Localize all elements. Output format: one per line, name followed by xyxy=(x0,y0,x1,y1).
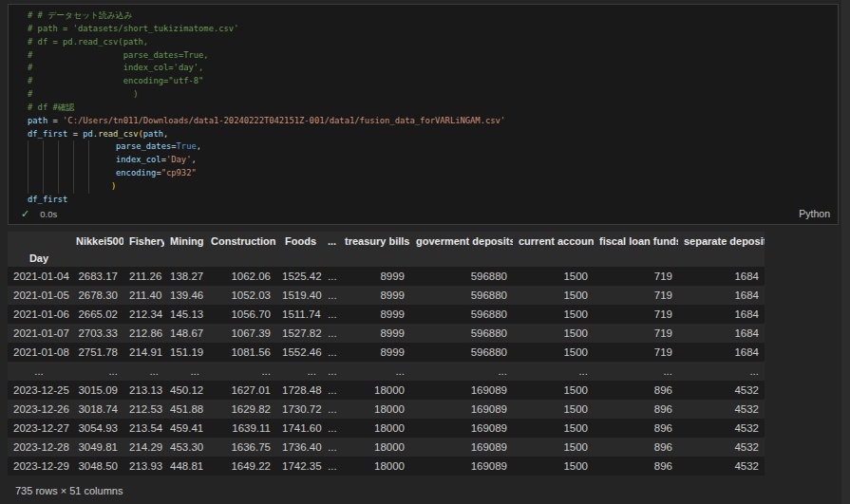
cell-status-bar: ✓ 0.0s Python xyxy=(9,207,838,224)
table-cell: 719 xyxy=(594,305,678,324)
table-cell: 212.86 xyxy=(123,324,164,343)
table-cell: 1636.75 xyxy=(205,438,276,457)
table-cell: 450.12 xyxy=(164,381,205,400)
table-cell: ... xyxy=(594,362,678,381)
column-header: Nikkei500 xyxy=(70,232,123,250)
table-cell: 1730.72 xyxy=(276,400,322,419)
row-index: 2021-01-06 xyxy=(8,305,70,324)
table-cell: 4532 xyxy=(678,381,765,400)
code-line: path = 'C:/Users/tn011/Downloads/data1-2… xyxy=(28,115,832,128)
success-check-icon: ✓ xyxy=(21,209,29,219)
code-line: # index_col='day', xyxy=(28,62,832,75)
table-cell: 1684 xyxy=(678,305,765,324)
indent-guide xyxy=(58,154,59,167)
indent-guide xyxy=(88,180,89,194)
table-cell: ... xyxy=(678,362,765,381)
table-cell: 719 xyxy=(594,286,678,305)
scrollbar[interactable] xyxy=(841,0,850,504)
table-row: .................................... xyxy=(8,362,765,381)
table-cell: 459.41 xyxy=(164,419,205,438)
table-cell: 4532 xyxy=(678,419,765,438)
table-cell: 148.67 xyxy=(164,324,205,343)
table-cell: 3015.09 xyxy=(70,381,123,400)
table-cell: 1552.46 xyxy=(276,343,322,362)
row-index: 2023-12-28 xyxy=(8,438,70,457)
table-cell: 214.91 xyxy=(123,343,164,362)
table-cell: 896 xyxy=(594,419,678,438)
table-cell: 1742.35 xyxy=(276,457,322,476)
table-cell: ... xyxy=(322,438,339,457)
table-cell: 1500 xyxy=(513,400,594,419)
row-index: ... xyxy=(8,362,70,381)
indent-guide xyxy=(43,167,44,180)
table-cell: 1500 xyxy=(513,419,594,438)
code-line: # df = pd.read_csv(path, xyxy=(28,36,832,49)
table-cell: ... xyxy=(410,362,513,381)
table-cell: 169089 xyxy=(410,400,513,419)
indent-guide xyxy=(28,154,28,167)
table-cell: 448.81 xyxy=(164,457,205,476)
table-cell: 214.29 xyxy=(123,438,164,457)
table-cell: 596880 xyxy=(410,286,513,305)
column-header: current account xyxy=(513,232,594,250)
table-cell: 8999 xyxy=(339,305,410,324)
table-cell: 1500 xyxy=(513,381,594,400)
execution-status: ✓ 0.0s xyxy=(21,209,57,219)
table-cell: 596880 xyxy=(410,305,513,324)
table-cell: ... xyxy=(322,343,339,362)
code-line: # # データセット読み込み xyxy=(28,9,832,23)
row-index: 2021-01-08 xyxy=(8,343,70,362)
table-cell: 211.40 xyxy=(123,286,164,305)
column-header: Mining xyxy=(164,232,205,250)
code-cell: # # データセット読み込み# path = 'datasets/short_t… xyxy=(8,4,839,225)
table-cell: 896 xyxy=(594,400,678,419)
table-cell: 1056.70 xyxy=(205,305,276,324)
table-cell: 1500 xyxy=(513,343,594,362)
row-index: 2023-12-26 xyxy=(8,400,70,419)
table-cell: 18000 xyxy=(339,457,410,476)
table-cell: 8999 xyxy=(339,267,410,286)
table-cell: 212.53 xyxy=(123,400,164,419)
table-cell: 1525.42 xyxy=(276,267,322,286)
table-cell: 211.26 xyxy=(123,267,164,286)
empty-header-cell xyxy=(513,250,594,267)
table-cell: ... xyxy=(513,362,594,381)
table-row: 2021-01-082751.78214.91151.191081.561552… xyxy=(8,343,765,362)
table-cell: 151.19 xyxy=(164,343,205,362)
table-cell: 451.88 xyxy=(164,400,205,419)
indent-guide xyxy=(28,140,28,154)
table-cell: 719 xyxy=(594,267,678,286)
table-cell: 1741.60 xyxy=(276,419,322,438)
table-cell: 1736.40 xyxy=(276,438,322,457)
table-cell: ... xyxy=(322,419,339,438)
row-index: 2021-01-04 xyxy=(8,267,70,286)
table-cell: 2665.02 xyxy=(70,305,123,324)
table-cell: 2703.33 xyxy=(70,324,123,343)
table-cell: 169089 xyxy=(410,438,513,457)
execution-duration: 0.0s xyxy=(40,209,57,219)
indent-guide xyxy=(88,167,89,180)
table-cell: 1684 xyxy=(678,286,765,305)
table-cell: 18000 xyxy=(339,400,410,419)
table-cell: 1684 xyxy=(678,343,765,362)
table-cell: ... xyxy=(205,362,276,381)
table-cell: 1052.03 xyxy=(205,286,276,305)
index-name-header: Day xyxy=(8,250,70,267)
cell-language-label[interactable]: Python xyxy=(799,208,830,219)
table-cell: 1519.40 xyxy=(276,286,322,305)
indent-guide xyxy=(73,140,74,154)
code-editor[interactable]: # # データセット読み込み# path = 'datasets/short_t… xyxy=(9,5,838,207)
empty-header-cell xyxy=(410,250,513,267)
table-row: 2021-01-072703.33212.86148.671067.391527… xyxy=(8,324,765,343)
table-row: 2021-01-062665.02212.34145.131056.701511… xyxy=(8,305,765,324)
table-cell: ... xyxy=(322,305,339,324)
table-cell: 1649.22 xyxy=(205,457,276,476)
empty-header-cell xyxy=(164,250,205,267)
table-cell: ... xyxy=(322,286,339,305)
table-cell: 1500 xyxy=(513,305,594,324)
table-cell: 3018.74 xyxy=(70,400,123,419)
table-cell: ... xyxy=(123,362,164,381)
table-row: 2023-12-263018.74212.53451.881629.821730… xyxy=(8,400,765,419)
column-header: Construction xyxy=(205,232,276,250)
row-index: 2023-12-29 xyxy=(8,457,70,476)
